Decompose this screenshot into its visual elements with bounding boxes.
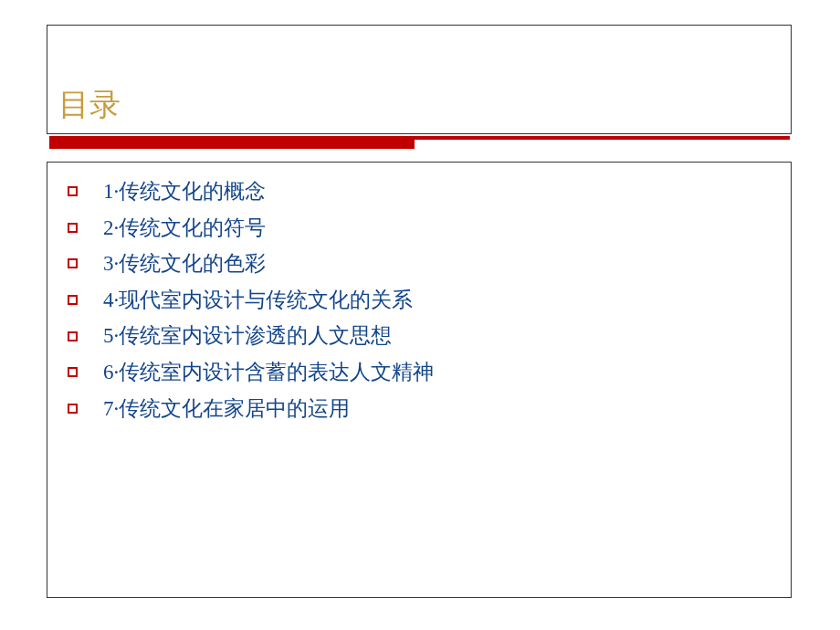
bullet-icon [68, 331, 78, 341]
list-item: 2·传统文化的符号 [68, 215, 791, 241]
bullet-icon [68, 367, 78, 377]
list-item: 1·传统文化的概念 [68, 179, 791, 205]
underline-thick [49, 136, 415, 149]
bullet-icon [68, 258, 78, 268]
item-text: 3·传统文化的色彩 [103, 251, 266, 277]
list-item: 7·传统文化在家居中的运用 [68, 396, 791, 422]
page-title: 目录 [58, 84, 121, 126]
bullet-icon [68, 295, 78, 305]
item-text: 1·传统文化的概念 [103, 179, 266, 205]
list-item: 6·传统室内设计含蓄的表达人文精神 [68, 360, 791, 385]
item-text: 6·传统室内设计含蓄的表达人文精神 [103, 360, 434, 385]
content-container: 1·传统文化的概念 2·传统文化的符号 3·传统文化的色彩 4·现代室内设计与传… [47, 162, 792, 598]
list-item: 4·现代室内设计与传统文化的关系 [68, 288, 791, 313]
bullet-icon [68, 223, 78, 233]
item-text: 2·传统文化的符号 [103, 215, 266, 241]
item-text: 5·传统室内设计渗透的人文思想 [103, 323, 392, 349]
list-item: 3·传统文化的色彩 [68, 251, 791, 277]
list-item: 5·传统室内设计渗透的人文思想 [68, 323, 791, 349]
title-container: 目录 [47, 25, 792, 134]
item-text: 4·现代室内设计与传统文化的关系 [103, 288, 413, 313]
item-text: 7·传统文化在家居中的运用 [103, 396, 350, 422]
title-underline [47, 133, 792, 152]
bullet-icon [68, 404, 78, 414]
bullet-icon [68, 186, 78, 196]
